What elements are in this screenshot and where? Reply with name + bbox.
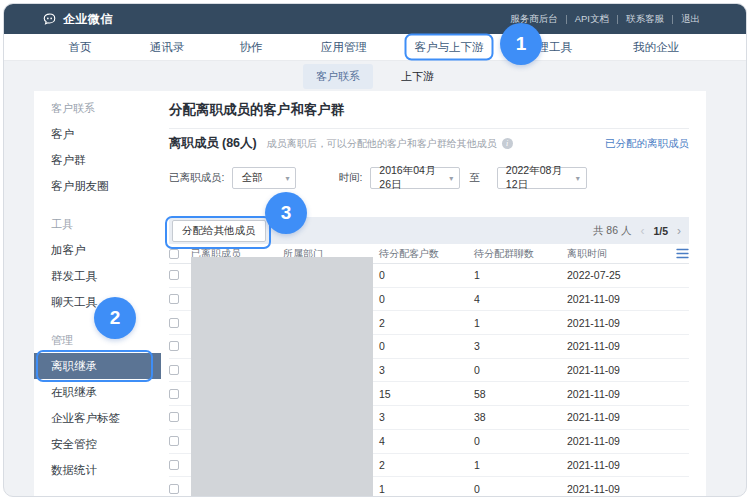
total-count: 共 86 人 bbox=[593, 224, 632, 238]
sidebar-item-bulk-message[interactable]: 群发工具 bbox=[34, 263, 161, 289]
sidebar-item-security-control[interactable]: 安全管控 bbox=[34, 431, 161, 457]
tab-upstream-downstream[interactable]: 上下游 bbox=[388, 64, 447, 89]
tab-customer-contact[interactable]: 客户联系 bbox=[303, 64, 373, 89]
filter-member-label: 已离职成员: bbox=[169, 171, 224, 185]
row-checkbox[interactable] bbox=[169, 436, 179, 446]
nav-item-customers-label: 客户与上下游 bbox=[415, 41, 484, 53]
top-link-logout[interactable]: 退出 bbox=[681, 13, 700, 26]
nav-item-home[interactable]: 首页 bbox=[69, 40, 92, 55]
divider bbox=[566, 15, 567, 24]
nav-item-customers[interactable]: 客户与上下游 bbox=[415, 40, 484, 55]
sidebar-item-active-inheritance[interactable]: 在职继承 bbox=[34, 379, 161, 405]
assigned-members-link[interactable]: 已分配的离职成员 bbox=[605, 137, 689, 151]
top-link-provider-console[interactable]: 服务商后台 bbox=[510, 13, 558, 26]
nav-item-apps[interactable]: 应用管理 bbox=[321, 40, 367, 55]
sidebar-item-statistics[interactable]: 数据统计 bbox=[34, 457, 161, 483]
col-date: 离职时间 bbox=[567, 247, 655, 261]
date-to-select[interactable]: 2022年08月12日 ▾ bbox=[497, 167, 587, 189]
row-checkbox[interactable] bbox=[169, 412, 179, 422]
top-link-contact-support[interactable]: 联系客服 bbox=[626, 13, 664, 26]
main-panel: 分配离职成员的客户和客户群 离职成员 (86人) 成员离职后，可以分配他的客户和… bbox=[161, 91, 706, 496]
content-card: 客户联系 客户 客户群 客户朋友圈 工具 加客户 群发工具 聊天工具 管理 离职… bbox=[34, 91, 706, 496]
member-status-select[interactable]: 全部 ▾ bbox=[232, 167, 296, 189]
cell-groups: 58 bbox=[474, 388, 567, 400]
sub-tab-strip: 客户联系 上下游 bbox=[4, 61, 746, 91]
cell-date: 2021-11-09 bbox=[567, 388, 655, 400]
redaction-overlay bbox=[191, 257, 373, 496]
sidebar-item-customer-groups[interactable]: 客户群 bbox=[34, 147, 161, 173]
cell-date: 2021-11-09 bbox=[567, 317, 655, 329]
nav-item-collab[interactable]: 协作 bbox=[240, 40, 263, 55]
member-count: (86人) bbox=[222, 135, 257, 152]
page-indicator: 1/5 bbox=[653, 225, 668, 237]
prev-page-arrow[interactable]: ‹ bbox=[640, 224, 644, 238]
row-checkbox[interactable] bbox=[169, 318, 179, 328]
row-checkbox[interactable] bbox=[169, 341, 179, 351]
filter-to-label: 至 bbox=[469, 171, 480, 185]
chevron-down-icon: ▾ bbox=[571, 174, 580, 183]
chevron-down-icon: ▾ bbox=[280, 174, 289, 183]
sidebar-item-add-customer[interactable]: 加客户 bbox=[34, 237, 161, 263]
cell-date: 2021-11-09 bbox=[567, 340, 655, 352]
cell-customers: 0 bbox=[379, 293, 474, 305]
nav-item-my-company[interactable]: 我的企业 bbox=[633, 40, 679, 55]
assign-to-others-button[interactable]: 分配给其他成员 bbox=[172, 220, 266, 242]
table-toolbar: 分配给其他成员 共 86 人 ‹ 1/5 › bbox=[169, 217, 689, 244]
top-link-api-docs[interactable]: API文档 bbox=[575, 13, 609, 26]
column-settings-icon[interactable] bbox=[676, 248, 689, 259]
cell-customers: 2 bbox=[379, 459, 474, 471]
member-section-header: 离职成员 (86人) 成员离职后，可以分配他的客户和客户群给其他成员 i 已分配… bbox=[169, 135, 689, 152]
cell-date: 2022-07-25 bbox=[567, 269, 655, 281]
cell-date: 2021-11-09 bbox=[567, 364, 655, 376]
cell-groups: 0 bbox=[474, 364, 567, 376]
wecom-logo: 企业微信 bbox=[42, 11, 113, 28]
row-checkbox[interactable] bbox=[169, 484, 179, 494]
sidebar-header-tools: 工具 bbox=[34, 211, 161, 237]
cell-customers: 0 bbox=[379, 340, 474, 352]
cell-date: 2021-11-09 bbox=[567, 293, 655, 305]
cell-groups: 1 bbox=[474, 317, 567, 329]
top-links: 服务商后台 API文档 联系客服 退出 bbox=[510, 13, 700, 26]
logo-text: 企业微信 bbox=[63, 11, 113, 28]
cell-customers: 2 bbox=[379, 317, 474, 329]
cell-customers: 15 bbox=[379, 388, 474, 400]
col-customers: 待分配客户数 bbox=[379, 247, 474, 261]
cell-groups: 1 bbox=[474, 269, 567, 281]
cell-groups: 3 bbox=[474, 340, 567, 352]
cell-date: 2021-11-09 bbox=[567, 411, 655, 423]
row-checkbox[interactable] bbox=[169, 365, 179, 375]
pagination: 共 86 人 ‹ 1/5 › bbox=[593, 224, 681, 238]
sidebar-item-customer-tags[interactable]: 企业客户标签 bbox=[34, 405, 161, 431]
sidebar-item-resigned-inheritance-label: 离职继承 bbox=[51, 360, 97, 372]
cell-groups: 4 bbox=[474, 293, 567, 305]
cell-groups: 0 bbox=[474, 483, 567, 495]
cell-groups: 0 bbox=[474, 435, 567, 447]
main-nav: 首页 通讯录 协作 应用管理 客户与上下游 管理工具 我的企业 bbox=[4, 34, 746, 61]
page-title: 分配离职成员的客户和客户群 bbox=[169, 101, 345, 119]
divider bbox=[672, 15, 673, 24]
section-note: 成员离职后，可以分配他的客户和客户群给其他成员 bbox=[267, 137, 497, 151]
sidebar-item-customers[interactable]: 客户 bbox=[34, 121, 161, 147]
member-status-value: 全部 bbox=[241, 171, 262, 185]
sidebar-header-config: 配置 bbox=[34, 495, 161, 497]
sidebar-item-moments[interactable]: 客户朋友圈 bbox=[34, 173, 161, 199]
filter-time-label: 时间: bbox=[338, 171, 362, 185]
row-checkbox[interactable] bbox=[169, 270, 179, 280]
select-all-checkbox[interactable] bbox=[169, 249, 179, 259]
next-page-arrow[interactable]: › bbox=[677, 224, 681, 238]
sidebar-item-resigned-inheritance[interactable]: 离职继承 bbox=[34, 353, 161, 379]
chevron-down-icon: ▾ bbox=[444, 174, 453, 183]
section-title: 离职成员 bbox=[169, 135, 219, 152]
nav-item-contacts[interactable]: 通讯录 bbox=[150, 40, 185, 55]
row-checkbox[interactable] bbox=[169, 389, 179, 399]
assign-button-label: 分配给其他成员 bbox=[182, 224, 256, 238]
row-checkbox[interactable] bbox=[169, 460, 179, 470]
cell-customers: 0 bbox=[379, 269, 474, 281]
cell-customers: 4 bbox=[379, 435, 474, 447]
date-from-value: 2016年04月26日 bbox=[379, 164, 444, 192]
sidebar-item-chat-tools[interactable]: 聊天工具 bbox=[34, 289, 161, 315]
nav-item-admin-tools[interactable]: 管理工具 bbox=[526, 40, 572, 55]
filter-row: 已离职成员: 全部 ▾ 时间: 2016年04月26日 ▾ 至 2022年08月… bbox=[169, 167, 587, 189]
date-from-select[interactable]: 2016年04月26日 ▾ bbox=[370, 167, 460, 189]
row-checkbox[interactable] bbox=[169, 294, 179, 304]
